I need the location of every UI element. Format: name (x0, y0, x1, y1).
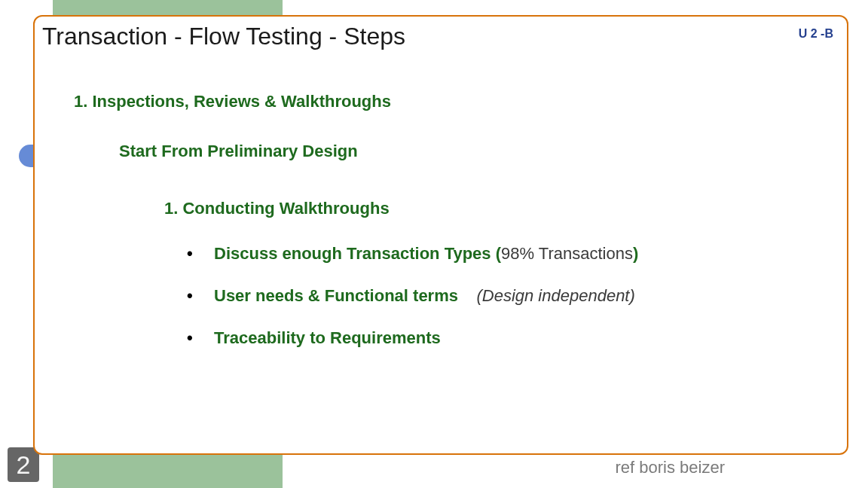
bullet-strong: User needs & Functional terms (214, 286, 458, 305)
bullet-item: Discuss enough Transaction Types (98% Tr… (187, 244, 824, 264)
heading-level-1: 1. Inspections, Reviews & Walkthroughs (74, 92, 824, 111)
bullet-italic: (Design independent) (476, 286, 634, 305)
slide-number: 2 (8, 447, 39, 482)
slide-body: 1. Inspections, Reviews & Walkthroughs S… (74, 92, 824, 438)
bullet-close: ) (633, 244, 638, 263)
bullet-item: User needs & Functional terms (Design in… (187, 286, 824, 306)
bullet-list: Discuss enough Transaction Types (98% Tr… (187, 244, 824, 348)
bullet-strong: Traceability to Requirements (214, 328, 441, 347)
heading-level-3: 1. Conducting Walkthroughs (164, 199, 824, 218)
content-card: Transaction - Flow Testing - Steps U 2 -… (33, 15, 848, 455)
unit-tag: U 2 -B (799, 27, 833, 41)
bullet-plain: 98% Transactions (501, 244, 633, 263)
slide-title: Transaction - Flow Testing - Steps (42, 23, 405, 50)
bullet-item: Traceability to Requirements (187, 328, 824, 348)
heading-level-2: Start From Preliminary Design (119, 142, 824, 161)
footer-reference: ref boris beizer (615, 458, 725, 477)
slide-background: 2 ref boris beizer Transaction - Flow Te… (0, 0, 868, 488)
bullet-strong: Discuss enough Transaction Types ( (214, 244, 501, 263)
